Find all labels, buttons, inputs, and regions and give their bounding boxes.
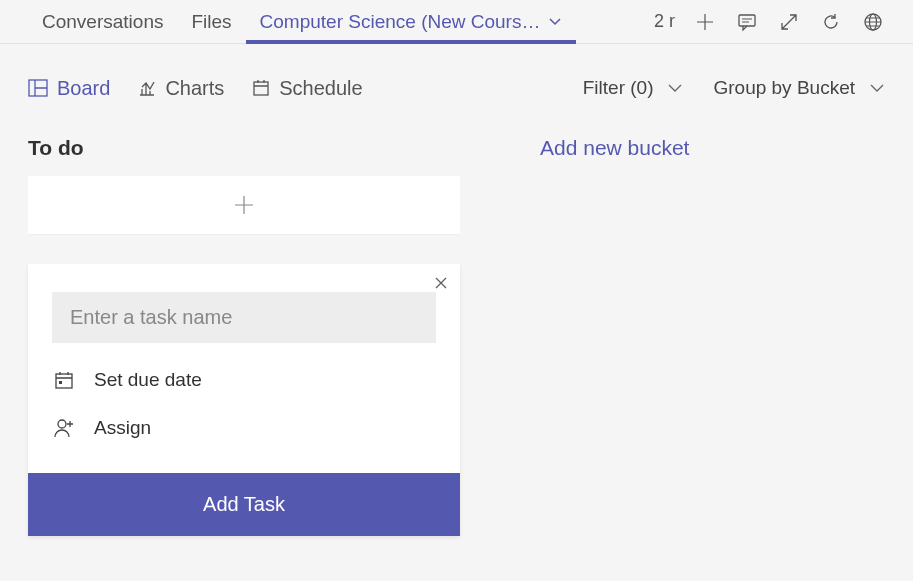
add-task-button-label: Add Task bbox=[203, 493, 285, 515]
view-tab-board-label: Board bbox=[57, 77, 110, 100]
tab-conversations[interactable]: Conversations bbox=[28, 0, 177, 43]
website-button[interactable] bbox=[861, 10, 885, 34]
set-due-date-label: Set due date bbox=[94, 369, 202, 391]
view-tab-board[interactable]: Board bbox=[28, 77, 110, 100]
tab-count: 2 r bbox=[654, 11, 675, 32]
board-area: To do Set due date bbox=[0, 118, 913, 550]
expand-icon bbox=[780, 13, 798, 31]
refresh-button[interactable] bbox=[819, 10, 843, 34]
channel-tabs: Conversations Files Computer Science (Ne… bbox=[28, 0, 576, 43]
view-toolbar: Board Charts Schedule Filter (0) Group b… bbox=[0, 58, 913, 118]
close-new-task-button[interactable] bbox=[434, 276, 448, 290]
bucket-todo-title[interactable]: To do bbox=[28, 132, 460, 176]
svg-rect-5 bbox=[56, 374, 72, 388]
charts-icon bbox=[138, 79, 156, 97]
add-tab-button[interactable] bbox=[693, 10, 717, 34]
quick-add-task-button[interactable] bbox=[28, 176, 460, 234]
view-tab-schedule[interactable]: Schedule bbox=[252, 77, 362, 100]
view-toolbar-right: Filter (0) Group by Bucket bbox=[583, 77, 885, 99]
svg-rect-0 bbox=[739, 15, 755, 26]
svg-point-7 bbox=[58, 420, 66, 428]
tab-conversations-label: Conversations bbox=[42, 11, 163, 33]
tab-files[interactable]: Files bbox=[177, 0, 245, 43]
top-tab-bar: Conversations Files Computer Science (Ne… bbox=[0, 0, 913, 44]
assign-label: Assign bbox=[94, 417, 151, 439]
svg-rect-6 bbox=[59, 381, 62, 384]
bucket-todo: To do Set due date bbox=[28, 132, 460, 536]
assign-icon bbox=[52, 418, 76, 438]
add-new-bucket-label: Add new bucket bbox=[540, 136, 689, 159]
group-by-label: Group by Bucket bbox=[713, 77, 855, 99]
task-name-input[interactable] bbox=[52, 292, 436, 343]
svg-rect-4 bbox=[254, 82, 268, 95]
plus-icon bbox=[696, 13, 714, 31]
view-tab-charts[interactable]: Charts bbox=[138, 77, 224, 100]
conversation-button[interactable] bbox=[735, 10, 759, 34]
chevron-down-icon bbox=[667, 80, 683, 96]
assign-button[interactable]: Assign bbox=[52, 417, 436, 439]
view-tabs: Board Charts Schedule bbox=[28, 77, 363, 100]
add-new-bucket-button[interactable]: Add new bucket bbox=[540, 132, 689, 536]
set-due-date-button[interactable]: Set due date bbox=[52, 369, 436, 391]
top-right-actions: 2 r bbox=[654, 10, 885, 34]
chat-icon bbox=[737, 12, 757, 32]
view-tab-schedule-label: Schedule bbox=[279, 77, 362, 100]
filter-label: Filter (0) bbox=[583, 77, 654, 99]
globe-icon bbox=[863, 12, 883, 32]
new-task-card: Set due date Assign Add Task bbox=[28, 264, 460, 536]
plus-icon bbox=[233, 194, 255, 216]
new-task-card-body: Set due date Assign bbox=[28, 264, 460, 455]
tab-active-planner[interactable]: Computer Science (New Cours… bbox=[246, 0, 577, 43]
view-tab-charts-label: Charts bbox=[165, 77, 224, 100]
board-icon bbox=[28, 79, 48, 97]
chevron-down-icon bbox=[869, 80, 885, 96]
schedule-icon bbox=[252, 79, 270, 97]
close-icon bbox=[434, 276, 448, 290]
filter-button[interactable]: Filter (0) bbox=[583, 77, 684, 99]
tab-files-label: Files bbox=[191, 11, 231, 33]
expand-button[interactable] bbox=[777, 10, 801, 34]
chevron-down-icon bbox=[548, 15, 562, 29]
add-task-button[interactable]: Add Task bbox=[28, 473, 460, 536]
tab-active-label: Computer Science (New Cours… bbox=[260, 11, 541, 33]
group-by-button[interactable]: Group by Bucket bbox=[713, 77, 885, 99]
refresh-icon bbox=[821, 12, 841, 32]
calendar-icon bbox=[52, 370, 76, 390]
